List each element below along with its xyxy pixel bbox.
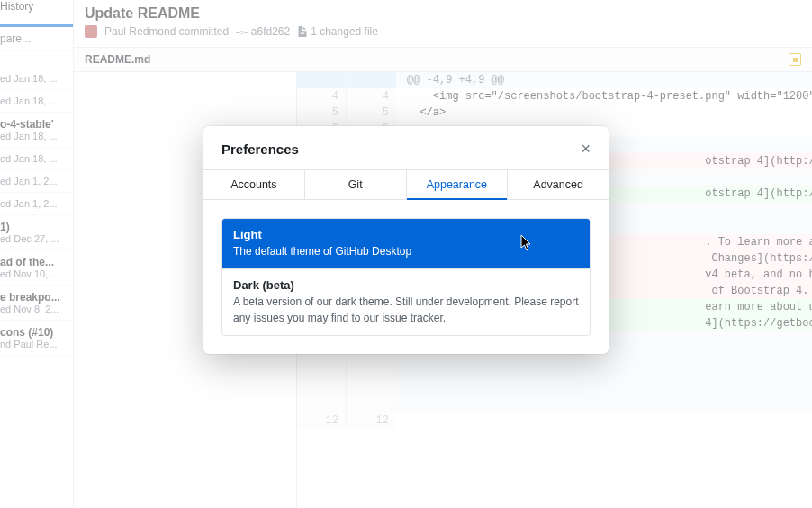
theme-list: LightThe default theme of GitHub Desktop… — [221, 218, 591, 336]
theme-description: The default theme of GitHub Desktop — [233, 244, 579, 259]
modal-title: Preferences — [221, 141, 299, 157]
tab-appearance[interactable]: Appearance — [407, 170, 509, 199]
tab-git[interactable]: Git — [305, 170, 407, 199]
theme-description: A beta version of our dark theme. Still … — [233, 295, 579, 326]
modal-header: Preferences × — [203, 126, 609, 169]
modal-body: LightThe default theme of GitHub Desktop… — [203, 200, 609, 354]
theme-title: Dark (beta) — [233, 278, 579, 292]
modal-tabs: AccountsGitAppearanceAdvanced — [203, 169, 609, 200]
theme-title: Light — [233, 228, 579, 241]
tab-advanced[interactable]: Advanced — [508, 170, 609, 199]
close-icon[interactable]: × — [581, 141, 591, 157]
theme-option-dark-beta-[interactable]: Dark (beta)A beta version of our dark th… — [222, 268, 590, 335]
modal-overlay: Preferences × AccountsGitAppearanceAdvan… — [0, 0, 812, 508]
preferences-modal: Preferences × AccountsGitAppearanceAdvan… — [203, 126, 609, 354]
tab-accounts[interactable]: Accounts — [203, 170, 305, 199]
theme-option-light[interactable]: LightThe default theme of GitHub Desktop — [222, 219, 590, 268]
